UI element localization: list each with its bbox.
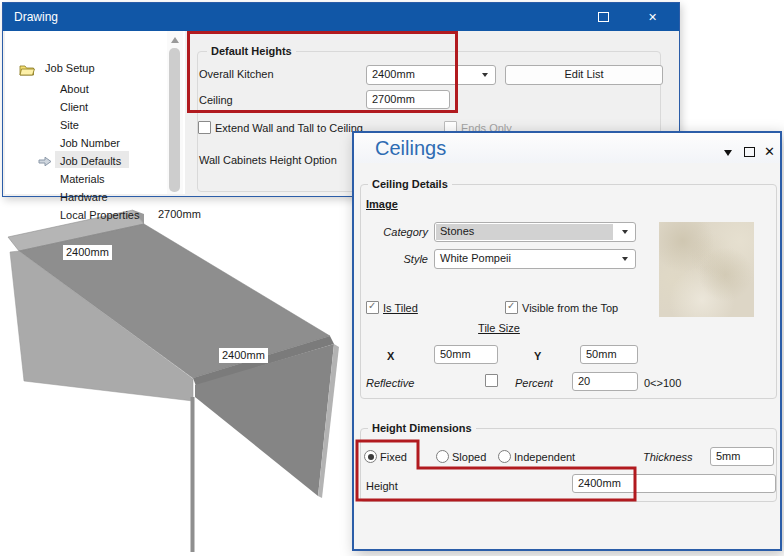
- tree-item-job-setup[interactable]: Job Setup: [19, 61, 179, 79]
- dropdown-arrow-icon: [622, 230, 628, 234]
- is-tiled-label[interactable]: Is Tiled: [383, 302, 418, 314]
- image-label[interactable]: Image: [366, 198, 398, 210]
- corner-pole: [191, 397, 195, 552]
- maximize-icon[interactable]: [744, 147, 755, 157]
- percent-range-label: 0<>100: [644, 377, 681, 389]
- reflective-checkbox[interactable]: [485, 374, 498, 387]
- folder-icon: [19, 63, 35, 76]
- ceilings-title-bar[interactable]: Ceilings ✕: [354, 133, 780, 163]
- dimension-label-right: 2400mm: [219, 348, 268, 363]
- style-combobox[interactable]: White Pompeii: [434, 249, 636, 269]
- extend-wall-label: Extend Wall and Tall to Ceiling: [215, 122, 363, 134]
- is-tiled-checkbox[interactable]: [366, 301, 379, 314]
- dropdown-arrow-icon: [622, 257, 628, 261]
- scrollbar-thumb[interactable]: [169, 48, 180, 192]
- tile-x-input[interactable]: 50mm: [434, 345, 498, 364]
- default-heights-group-label: Default Heights: [207, 45, 296, 57]
- fixed-label[interactable]: Fixed: [380, 451, 407, 463]
- ceilings-dialog-title: Ceilings: [375, 137, 446, 160]
- overall-kitchen-label: Overall Kitchen: [199, 68, 274, 80]
- selected-item-arrow-icon: [38, 156, 52, 167]
- thickness-label: Thickness: [643, 451, 693, 463]
- tile-x-label: X: [387, 350, 394, 362]
- drawing-title-bar[interactable]: Drawing ✕: [3, 3, 679, 31]
- dimension-label-left: 2400mm: [63, 245, 112, 260]
- visible-from-top-checkbox[interactable]: [505, 301, 518, 314]
- close-icon[interactable]: ✕: [646, 11, 659, 23]
- drawing-window-title: Drawing: [14, 10, 58, 24]
- edit-list-button[interactable]: Edit List: [505, 65, 663, 85]
- tile-size-label[interactable]: Tile Size: [449, 322, 549, 334]
- app-root: { "colors": { "title_bar_blue": "#1157a7…: [0, 0, 784, 556]
- extend-wall-checkbox[interactable]: [198, 121, 211, 134]
- ceilings-dialog: Ceilings ✕ Ceiling Details Image Categor…: [352, 131, 782, 551]
- independent-radio[interactable]: [498, 450, 511, 463]
- height-dimensions-group-label: Height Dimensions: [368, 422, 476, 434]
- visible-from-top-label: Visible from the Top: [522, 302, 618, 314]
- height-input[interactable]: 2400mm: [572, 474, 776, 493]
- scroll-up-arrow-icon[interactable]: [171, 37, 179, 43]
- style-label: Style: [366, 253, 428, 265]
- category-combobox[interactable]: Stones: [434, 222, 636, 242]
- dropdown-arrow-icon: [482, 73, 488, 77]
- tile-y-input[interactable]: 50mm: [580, 345, 638, 364]
- category-label: Category: [366, 226, 428, 238]
- tile-y-label: Y: [534, 350, 541, 362]
- ceiling-height-input[interactable]: 2700mm: [366, 90, 450, 109]
- percent-label: Percent: [515, 377, 553, 389]
- tree-item-local-properties[interactable]: Local Properties: [57, 206, 217, 224]
- height-label: Height: [366, 480, 398, 492]
- texture-preview: [659, 222, 754, 317]
- reflective-label: Reflective: [366, 377, 414, 389]
- fixed-radio[interactable]: [364, 450, 377, 463]
- sloped-label[interactable]: Sloped: [452, 451, 486, 463]
- ceiling-details-group-label: Ceiling Details: [368, 178, 452, 190]
- percent-input[interactable]: 20: [572, 372, 638, 391]
- sloped-radio[interactable]: [436, 450, 449, 463]
- close-icon[interactable]: ✕: [764, 147, 775, 157]
- independent-label[interactable]: Independent: [514, 451, 575, 463]
- wall-cabinets-height-option-label: Wall Cabinets Height Option: [199, 154, 337, 166]
- navigation-tree: Job Setup About Client Site Job Number J…: [5, 31, 185, 194]
- thickness-input[interactable]: 5mm: [710, 447, 774, 466]
- ceiling-label: Ceiling: [199, 94, 233, 106]
- tree-scrollbar[interactable]: [167, 31, 183, 194]
- overall-kitchen-combobox[interactable]: 2400mm: [366, 65, 496, 85]
- dropdown-menu-icon[interactable]: [724, 150, 732, 156]
- maximize-icon[interactable]: [597, 12, 610, 24]
